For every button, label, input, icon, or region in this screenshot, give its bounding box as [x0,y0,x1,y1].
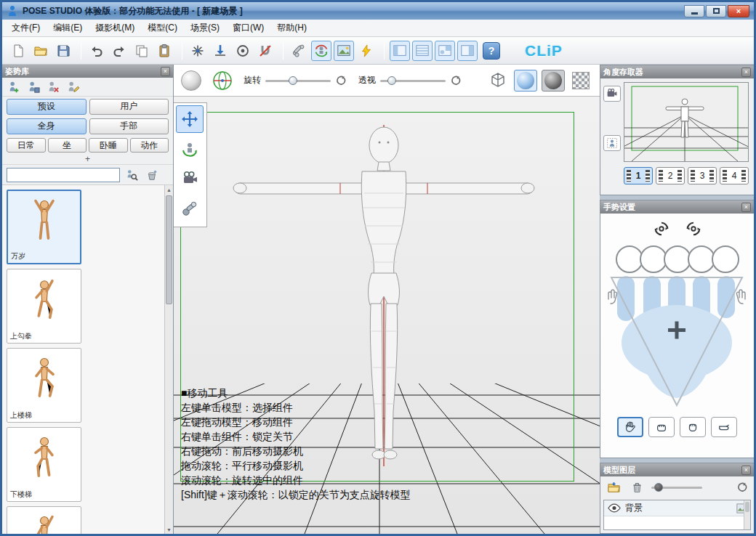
copy-button[interactable] [132,41,152,61]
maximize-button[interactable] [706,5,726,17]
gesture-panel-close-button[interactable]: × [741,203,751,212]
center-target-button[interactable] [233,41,253,61]
camera-angle-button[interactable] [334,41,354,61]
finger-circle-index[interactable] [640,245,667,273]
tab-sit[interactable]: 坐 [48,138,87,153]
user-button[interactable]: 用户 [89,99,169,115]
layer-opacity-thumb[interactable] [654,483,663,492]
hand-gesture-pad[interactable] [604,276,749,417]
menu-window[interactable]: 窗口(W) [226,20,270,36]
finger-circle-thumb[interactable] [616,245,643,273]
scroll-down-icon[interactable]: ▼ [165,525,173,534]
rotate-slider[interactable] [265,75,331,86]
new-file-button[interactable] [8,41,28,61]
move-mode-button[interactable] [188,41,208,61]
hand-button[interactable]: 手部 [89,118,169,134]
save-button[interactable] [53,41,73,61]
delete-layer-button[interactable] [628,479,646,495]
pose-card-uppercut[interactable]: 上勾拳 [7,269,81,344]
layer-opacity-slider[interactable] [651,482,702,492]
pose-scrollbar[interactable]: ▲ ▼ [164,185,173,534]
layer-row-background[interactable]: 背景 [604,500,750,516]
angle-panel-close-button[interactable]: × [741,68,751,77]
toggle-gesture-panel-button[interactable] [435,41,455,61]
curl-right-icon[interactable] [685,221,701,240]
expander-button[interactable]: + [2,155,173,165]
menu-camera[interactable]: 摄影机(M) [89,20,141,36]
perspective-slider[interactable] [380,75,446,86]
layers-scrollbar[interactable] [744,500,750,529]
register-pose-button[interactable] [5,79,23,95]
delete-pose-button[interactable] [44,79,62,95]
pose-library-close-button[interactable]: × [161,67,170,76]
grip-flat-button[interactable] [711,417,737,437]
menu-file[interactable]: 文件(F) [5,20,47,36]
rotate-tool-button[interactable] [176,135,204,163]
undo-button[interactable] [87,41,107,61]
open-file-button[interactable] [31,41,51,61]
scroll-up-icon[interactable]: ▲ [165,185,173,194]
wireframe-view-button[interactable] [486,70,510,92]
perspective-slider-thumb[interactable] [387,76,396,85]
toggle-layers-panel-button[interactable] [457,41,478,61]
paste-button[interactable] [154,41,174,61]
pose-scrollbar-thumb[interactable] [166,195,172,304]
drop-model-button[interactable] [210,41,230,61]
angle-slot-1[interactable]: 1 [624,167,653,184]
grip-open-button[interactable] [617,417,643,437]
menu-help[interactable]: 帮助(H) [270,20,313,36]
minimize-button[interactable] [684,5,704,17]
shaded-view-button[interactable] [514,70,537,92]
angle-camera-button[interactable] [603,86,621,102]
texture-view-button[interactable] [569,70,592,92]
save-pose-button[interactable] [25,79,42,95]
layers-scrollbar-thumb[interactable] [745,502,749,512]
preset-button[interactable]: 预设 [7,99,87,115]
angle-slot-2[interactable]: 2 [656,167,685,184]
menu-scene[interactable]: 场景(S) [184,20,226,36]
pose-card-banzai[interactable]: 万岁 [7,190,81,264]
menu-model[interactable]: 模型(C) [141,20,184,36]
pose-card-raise-hand-female[interactable]: 举手（女性） [7,506,81,534]
full-body-button[interactable]: 全身 [7,118,87,134]
grip-fist-button[interactable] [648,417,675,437]
import-layer-button[interactable] [605,479,622,495]
material-sphere-icon[interactable] [181,70,201,91]
rotate-reset-icon[interactable] [335,75,347,86]
toggle-angle-panel-button[interactable] [412,41,433,61]
finger-circle-ring[interactable] [688,245,715,273]
snap-off-button[interactable] [255,41,276,61]
angle-preview[interactable] [624,82,749,162]
move-tool-button[interactable] [176,105,204,133]
help-button[interactable]: ? [483,42,500,60]
dark-view-button[interactable] [542,70,565,92]
angle-model-button[interactable] [603,135,621,151]
menu-edit[interactable]: 编辑(E) [47,20,89,36]
pose-search-button[interactable] [123,167,140,183]
angle-slot-3[interactable]: 3 [688,167,717,184]
axis-ball-icon[interactable] [212,70,233,92]
visibility-eye-icon[interactable] [608,503,621,513]
layer-reset-icon[interactable] [736,482,748,493]
finger-circles[interactable] [600,245,754,273]
close-button[interactable]: × [728,5,749,17]
curl-left-icon[interactable] [654,221,669,240]
tab-action[interactable]: 动作 [130,138,169,153]
edit-pose-button[interactable] [64,79,81,95]
tab-daily[interactable]: 日常 [7,138,46,153]
perspective-reset-icon[interactable] [450,75,462,86]
rotate-slider-thumb[interactable] [289,76,297,85]
camera-tool-button[interactable] [176,165,204,192]
angle-slot-4[interactable]: 4 [720,167,749,184]
titlebar[interactable]: POSE STUDIO 体验版：部分功能无法使用 - [ 新建场景 ] × [2,2,754,20]
finger-circle-pinky[interactable] [712,245,739,273]
pose-card-upstairs[interactable]: 上楼梯 [7,348,81,423]
joint-tool-button[interactable] [176,195,204,222]
layers-panel-close-button[interactable]: × [741,466,751,475]
tab-lie[interactable]: 卧睡 [89,138,128,153]
flash-button[interactable] [356,41,377,61]
grip-grab-button[interactable] [680,417,706,437]
toggle-pose-panel-button[interactable] [390,41,410,61]
rotate-3d-button[interactable] [311,41,331,61]
redo-button[interactable] [109,41,129,61]
